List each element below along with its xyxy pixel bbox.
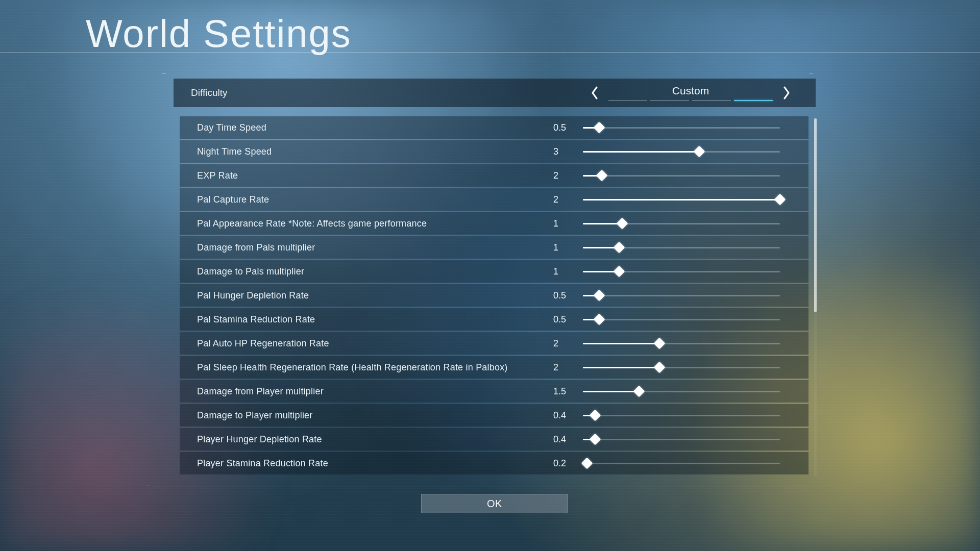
- setting-label: Damage from Player multiplier: [197, 386, 324, 397]
- setting-value: 1: [553, 218, 584, 229]
- slider-thumb[interactable]: [596, 170, 608, 182]
- setting-label: Pal Stamina Reduction Rate: [197, 314, 315, 325]
- corner-tick: –: [826, 484, 834, 488]
- setting-slider[interactable]: [583, 164, 780, 187]
- setting-slider[interactable]: [583, 140, 780, 163]
- difficulty-value-wrap: Custom: [608, 85, 773, 101]
- settings-list: Day Time Speed0.5Night Time Speed3EXP Ra…: [180, 116, 808, 479]
- setting-label: Damage to Player multiplier: [197, 410, 313, 421]
- setting-label: Player Hunger Depletion Rate: [197, 434, 322, 445]
- slider-thumb[interactable]: [581, 458, 593, 469]
- setting-label: Damage to Pals multiplier: [197, 266, 304, 277]
- difficulty-pip: [608, 100, 647, 101]
- slider-thumb[interactable]: [614, 266, 625, 278]
- scrollbar[interactable]: [814, 118, 817, 477]
- slider-track: [583, 247, 780, 248]
- setting-slider[interactable]: [583, 212, 780, 235]
- setting-value: 0.4: [553, 434, 584, 445]
- setting-value: 0.5: [553, 290, 584, 301]
- corner-tick: –: [162, 71, 170, 76]
- slider-thumb[interactable]: [633, 386, 645, 397]
- slider-thumb[interactable]: [589, 434, 601, 445]
- difficulty-pip: [734, 100, 773, 101]
- difficulty-value: Custom: [652, 85, 729, 97]
- setting-slider[interactable]: [583, 188, 780, 211]
- setting-row: Pal Appearance Rate *Note: Affects game …: [180, 212, 808, 235]
- setting-slider[interactable]: [583, 308, 780, 331]
- setting-row: Pal Sleep Health Regeneration Rate (Heal…: [180, 356, 808, 379]
- setting-row: Pal Stamina Reduction Rate0.5: [180, 308, 808, 331]
- slider-thumb[interactable]: [694, 146, 705, 158]
- slider-track: [583, 175, 780, 177]
- setting-slider[interactable]: [583, 452, 780, 474]
- setting-slider[interactable]: [583, 356, 780, 379]
- slider-track: [583, 151, 780, 153]
- title-divider: [0, 52, 980, 53]
- setting-value: 0.5: [553, 122, 584, 133]
- ok-button-label: OK: [487, 498, 502, 510]
- difficulty-next-button[interactable]: [782, 86, 791, 100]
- slider-fill: [583, 199, 780, 201]
- corner-tick: –: [810, 71, 818, 76]
- setting-slider[interactable]: [583, 404, 780, 427]
- setting-row: Damage from Pals multiplier1: [180, 236, 808, 259]
- setting-label: Pal Hunger Depletion Rate: [197, 290, 309, 301]
- setting-label: Pal Appearance Rate *Note: Affects game …: [197, 218, 427, 229]
- setting-slider[interactable]: [583, 116, 780, 139]
- setting-row: Night Time Speed3: [180, 140, 808, 163]
- slider-track: [583, 223, 780, 224]
- setting-row: Pal Auto HP Regeneration Rate2: [180, 332, 808, 355]
- slider-thumb[interactable]: [653, 338, 665, 349]
- setting-slider[interactable]: [583, 284, 780, 307]
- bottom-divider: [153, 487, 827, 487]
- setting-slider[interactable]: [583, 236, 780, 259]
- setting-slider[interactable]: [583, 260, 780, 283]
- setting-value: 0.2: [553, 458, 584, 469]
- slider-thumb[interactable]: [774, 194, 786, 206]
- slider-thumb[interactable]: [653, 362, 665, 373]
- slider-track: [583, 343, 780, 344]
- slider-thumb[interactable]: [593, 290, 605, 302]
- setting-slider[interactable]: [583, 380, 780, 403]
- settings-list-wrap: Day Time Speed0.5Night Time Speed3EXP Ra…: [180, 116, 817, 479]
- setting-value: 0.4: [553, 410, 584, 421]
- setting-value: 1.5: [553, 386, 584, 397]
- slider-fill: [583, 391, 639, 392]
- setting-slider[interactable]: [583, 428, 780, 450]
- setting-label: Pal Sleep Health Regeneration Rate (Heal…: [197, 362, 508, 373]
- difficulty-pip: [692, 100, 731, 101]
- scrollbar-thumb[interactable]: [814, 118, 817, 312]
- slider-thumb[interactable]: [589, 410, 601, 421]
- slider-track: [583, 199, 780, 201]
- slider-fill: [583, 343, 659, 344]
- slider-thumb[interactable]: [593, 122, 605, 134]
- setting-row: Pal Hunger Depletion Rate0.5: [180, 284, 808, 307]
- setting-label: Player Stamina Reduction Rate: [197, 458, 328, 469]
- setting-label: EXP Rate: [197, 170, 238, 181]
- slider-thumb[interactable]: [617, 218, 628, 230]
- slider-thumb[interactable]: [614, 242, 625, 254]
- slider-track: [583, 463, 780, 464]
- slider-track: [583, 415, 780, 416]
- setting-label: Pal Auto HP Regeneration Rate: [197, 338, 329, 349]
- difficulty-pips: [608, 100, 773, 101]
- setting-value: 1: [553, 242, 584, 253]
- ok-button[interactable]: OK: [421, 494, 568, 513]
- setting-row: Player Hunger Depletion Rate0.4: [180, 428, 808, 450]
- slider-track: [583, 391, 780, 392]
- setting-row: Damage to Pals multiplier1: [180, 260, 808, 283]
- setting-row: Damage from Player multiplier1.5: [180, 380, 808, 403]
- difficulty-pip: [650, 100, 689, 101]
- slider-track: [583, 439, 780, 440]
- slider-fill: [583, 367, 659, 368]
- slider-thumb[interactable]: [593, 314, 605, 325]
- setting-label: Night Time Speed: [197, 146, 272, 157]
- difficulty-panel: Difficulty Custom: [174, 79, 816, 107]
- setting-label: Day Time Speed: [197, 122, 266, 133]
- setting-row: Damage to Player multiplier0.4: [180, 404, 808, 427]
- setting-label: Pal Capture Rate: [197, 194, 269, 205]
- difficulty-selector: Custom: [590, 79, 791, 107]
- setting-value: 2: [553, 362, 584, 373]
- setting-slider[interactable]: [583, 332, 780, 355]
- difficulty-prev-button[interactable]: [590, 86, 599, 100]
